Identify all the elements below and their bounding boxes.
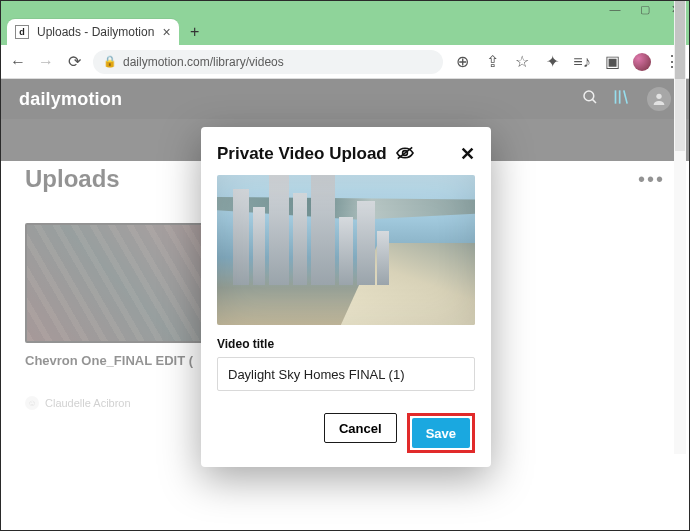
playlist-icon[interactable]: ≡♪ (573, 53, 591, 71)
tab-strip: d Uploads - Dailymotion × + (1, 17, 689, 45)
modal-title: Private Video Upload (217, 144, 387, 164)
share-icon[interactable]: ⇪ (483, 53, 501, 71)
panel-icon[interactable]: ▣ (603, 53, 621, 71)
extensions-icon[interactable]: ✦ (543, 53, 561, 71)
video-preview (217, 175, 475, 325)
address-bar[interactable]: 🔒 dailymotion.com/library/videos (93, 50, 443, 74)
profile-avatar-icon[interactable] (633, 53, 651, 71)
forward-icon[interactable]: → (37, 53, 55, 71)
cancel-button[interactable]: Cancel (324, 413, 397, 443)
video-title-input[interactable] (217, 357, 475, 391)
zoom-icon[interactable]: ⊕ (453, 53, 471, 71)
window-minimize-icon[interactable]: — (609, 3, 621, 15)
window-titlebar: — ▢ ✕ (1, 1, 689, 17)
upload-modal: Private Video Upload ✕ Video title Cance… (201, 127, 491, 467)
save-button-highlight: Save (407, 413, 475, 453)
lock-icon: 🔒 (103, 55, 117, 68)
browser-toolbar: ← → ⟳ 🔒 dailymotion.com/library/videos ⊕… (1, 45, 689, 79)
browser-tab[interactable]: d Uploads - Dailymotion × (7, 19, 179, 45)
reload-icon[interactable]: ⟳ (65, 53, 83, 71)
favicon-icon: d (15, 25, 29, 39)
new-tab-button[interactable]: + (185, 22, 205, 42)
video-title-label: Video title (217, 337, 475, 351)
tab-title: Uploads - Dailymotion (37, 25, 154, 39)
save-button[interactable]: Save (412, 418, 470, 448)
url-text: dailymotion.com/library/videos (123, 55, 284, 69)
visibility-off-icon (395, 145, 415, 164)
close-tab-icon[interactable]: × (162, 24, 170, 40)
close-modal-icon[interactable]: ✕ (460, 143, 475, 165)
window-maximize-icon[interactable]: ▢ (639, 3, 651, 15)
back-icon[interactable]: ← (9, 53, 27, 71)
star-icon[interactable]: ☆ (513, 53, 531, 71)
